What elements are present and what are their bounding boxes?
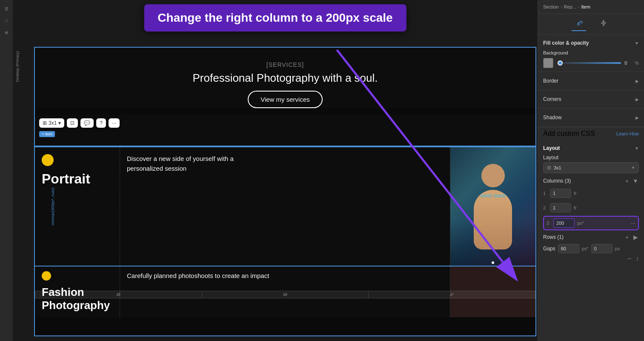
bg-controls: 0 % [543,58,639,68]
corners-row[interactable]: Corners ▶ [543,94,639,105]
layout-value: 3x1 [49,120,57,126]
col-3-more-btn[interactable]: ··· [630,220,635,226]
gap-v-input[interactable] [591,244,613,253]
add-column-btn[interactable]: + [624,178,630,184]
gap-h-arrow: ↔ [627,255,633,262]
gaps-row: Gaps px* px [543,244,639,253]
help-btn[interactable]: ? [96,118,106,128]
rows-more-btn[interactable]: ▶ [632,234,639,241]
portrait-col-left: Portrait [35,147,120,266]
bg-pct: % [635,60,639,66]
gap-h-unit: px* [582,246,589,251]
tab-interactions[interactable] [596,17,611,31]
gap-h-input[interactable] [558,244,579,253]
shadow-section: Shadow ▶ [538,109,644,127]
portrait-item-row: minmax(300px*, Auto) Portrait Discover a… [35,146,535,266]
right-panel: Section › Rep... › Item Fill color & opa… [538,0,644,341]
corners-label: Corners [543,96,561,102]
corners-section: Corners ▶ [538,90,644,109]
grid-col-2: 1fr [202,291,369,298]
columns-actions: + ▼ [624,178,639,184]
tab-link[interactable] [572,17,586,31]
columns-more-btn[interactable]: ▼ [632,178,639,184]
item-badge: < Item [39,131,55,137]
col-1-unit: fr [574,191,577,196]
breadcrumb-rep[interactable]: Rep... [564,4,576,9]
viewport-label: Desktop (Primary) [15,51,20,82]
gaps-arrows: ↔ ↕ [543,255,639,262]
grid-ruler: 1fr 1fr 1* [35,291,535,298]
layout-sub-label: Layout [543,155,639,160]
sidebar-icon-3: ⊕ [2,28,11,37]
add-row-btn[interactable]: + [624,234,630,241]
custom-css-label: Add custom CSS [543,130,595,138]
breadcrumb-section[interactable]: Section [543,4,559,9]
layout-section: Layout ▼ Layout ⊞ 3x1 ▼ Columns (3) + ▼ … [538,140,644,265]
bolt-icon [600,19,607,27]
more-icon: ··· [112,120,116,126]
breadcrumb-item: Item [581,4,590,9]
view-services-button[interactable]: View my services [248,91,323,108]
canvas-area: Change the right column to a 200px scale… [13,0,538,341]
gap-v-unit: px [615,246,620,251]
left-sidebar: ☰ □ ⊕ [0,0,13,341]
comment-icon: 💬 [84,120,90,126]
expand-icon: ⊡ [70,120,74,126]
more-btn[interactable]: ··· [109,118,120,128]
bg-slider[interactable] [557,62,621,64]
layout-dropdown[interactable]: ⊞ 3x1 ▼ [543,162,639,173]
portrait-title: Portrait [42,171,113,187]
layout-toolbar[interactable]: ⊞ 3x1 ▾ [39,118,64,128]
grid-col-1: 1fr [35,291,202,298]
portrait-col-middle: Discover a new side of yourself with a p… [120,147,450,266]
comment-btn[interactable]: 💬 [80,118,94,128]
border-section: Border ▶ [538,72,644,90]
yellow-dot [42,154,54,166]
center-dot [492,261,494,264]
learn-how-link[interactable]: Learn How [616,131,639,136]
dropdown-arrow: ▾ [58,120,61,126]
grid-layout-icon: ⊞ [547,165,551,171]
expand-btn[interactable]: ⊡ [67,118,78,128]
sidebar-icon-1: ☰ [2,4,11,13]
layout-section-header[interactable]: Layout ▼ [543,143,639,155]
grid-col-3: 1* [369,291,535,298]
bg-swatch[interactable] [543,58,553,68]
breadcrumb-sep-1: › [561,4,562,9]
grid-icon: ⊞ [43,120,47,126]
breadcrumb-sep-2: › [578,4,580,9]
link-icon [575,19,583,27]
fill-color-section: Fill color & opacity ▼ Background 0 % [538,35,644,72]
shadow-label: Shadow [543,115,561,120]
fill-section-header[interactable]: Fill color & opacity ▼ [543,38,639,48]
bg-label: Background [543,50,568,55]
border-row[interactable]: Border ▶ [543,75,639,86]
bg-slider-thumb [558,60,563,66]
col-3-num: 3 [547,221,551,226]
column-row-1: 1 fr [543,187,639,200]
main-title: Professional Photography with a soul. [35,68,535,91]
col-3-input[interactable] [553,218,575,228]
gap-v-arrow: ↕ [636,255,639,262]
col-1-input[interactable] [550,189,571,198]
gaps-label: Gaps [543,246,555,252]
layout-dropdown-text: 3x1 [554,165,629,170]
web-canvas: Section [SERVICES] Professional Photogra… [34,47,536,336]
rows-header: Rows (1) + ▶ [543,234,639,241]
col-2-input[interactable] [550,203,571,212]
services-tag: [SERVICES] [35,56,535,68]
shadow-row[interactable]: Shadow ▶ [543,112,639,123]
portrait-col-right [450,147,535,266]
custom-css-section: Add custom CSS Learn How [538,127,644,140]
bg-value: 0 [624,60,631,66]
column-row-3: 3 px* ··· [543,216,639,230]
fill-title: Fill color & opacity [543,40,589,46]
panel-breadcrumb: Section › Rep... › Item [538,0,644,14]
border-arrow: ▶ [635,79,639,83]
layout-dropdown-arrow: ▼ [631,166,635,170]
sidebar-icon-2: □ [2,16,11,25]
columns-header: Columns (3) + ▼ [543,178,639,184]
fill-chevron: ▼ [635,41,639,46]
border-label: Border [543,78,558,84]
rows-actions: + ▶ [624,234,639,241]
